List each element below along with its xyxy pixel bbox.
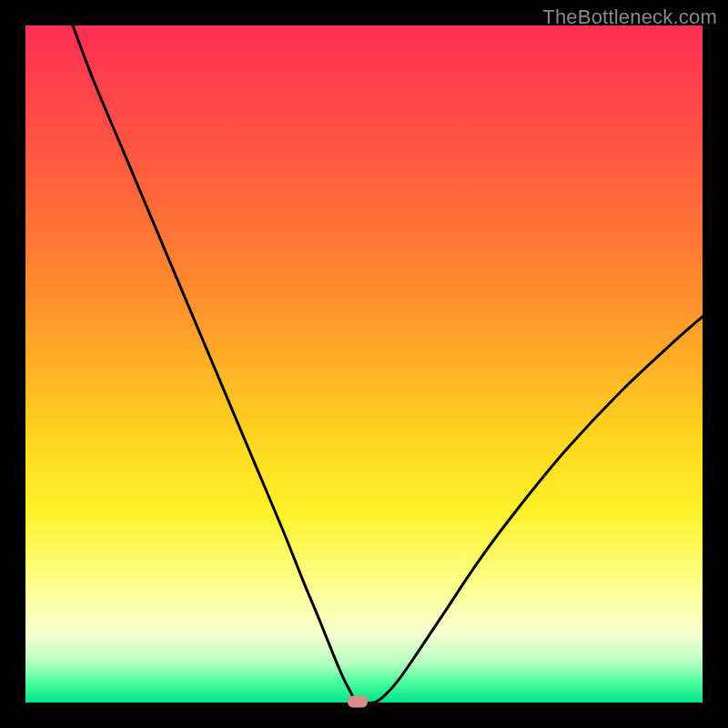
curve-layer: [25, 25, 703, 703]
optimal-point-marker: [348, 695, 368, 707]
plot-area: [25, 25, 703, 703]
watermark-text: TheBottleneck.com: [542, 5, 717, 29]
chart-container: TheBottleneck.com: [0, 0, 728, 728]
bottleneck-curve: [73, 25, 703, 703]
